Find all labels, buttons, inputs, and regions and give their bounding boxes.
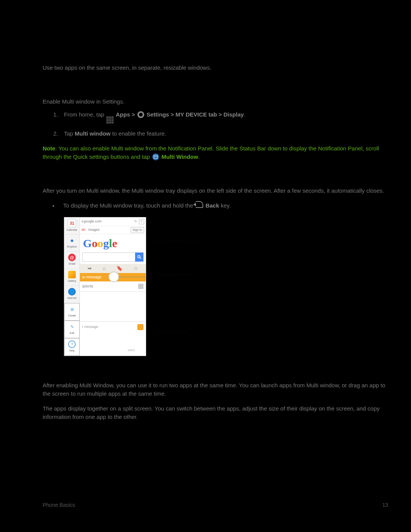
- sidebar-item-gallery: Gallery: [64, 269, 80, 286]
- message-body: [80, 292, 146, 321]
- document-page: Multi Window Use two apps on the same sc…: [0, 0, 411, 532]
- edit-pencil-icon: ✎: [68, 323, 76, 331]
- refresh-icon: ↻: [134, 219, 137, 224]
- steps-list: From home, tap Apps > Settings > MY DEVI…: [53, 110, 387, 138]
- sidebar-item-help: ?Help: [64, 338, 80, 356]
- sidebar-item-email: @Email: [64, 252, 80, 269]
- multiwindow-figure: 31Calendar ◆Dropbox @Email Gallery 🌐Inte…: [64, 217, 387, 356]
- settings-gear-icon: [137, 111, 144, 118]
- create-icon: ⊞: [68, 305, 76, 313]
- enable-text: Enable Multi window in Settings.: [43, 97, 387, 106]
- signin-button: Sign in: [131, 227, 144, 233]
- internet-icon: 🌐: [68, 288, 76, 296]
- google-logo: Google: [80, 234, 146, 252]
- search-input: [82, 252, 135, 262]
- svg-point-0: [138, 256, 140, 258]
- send-icon: [137, 324, 143, 330]
- window-controls-handle: [108, 272, 119, 282]
- phone-main: v.google.com ↻ ▯ eb Images Sign in Googl…: [80, 217, 146, 356]
- phone-mockup: 31Calendar ◆Dropbox @Email Gallery 🌐Inte…: [64, 217, 146, 356]
- using-p2: The apps display together on a split scr…: [43, 404, 387, 422]
- search-button: [135, 252, 143, 262]
- gallery-icon: [68, 271, 76, 278]
- svg-line-1: [140, 257, 141, 259]
- sidebar-item-calendar: 31Calendar: [64, 217, 80, 235]
- sidebar-item-edit: ✎Edit: [64, 321, 80, 338]
- figure-callouts: Multi window panel Window controls Panel…: [155, 217, 197, 335]
- message-footer: r message: [80, 321, 146, 332]
- page-number: 13: [382, 501, 388, 509]
- sidebar-item-create: ⊞Create: [64, 303, 80, 321]
- home-icon: ⌂: [103, 265, 106, 272]
- callout-panel: Multi window panel: [155, 237, 197, 244]
- display-intro: After you turn on Multi window, the Mult…: [43, 187, 387, 195]
- using-p1: After enabling Multi Window, you can use…: [43, 381, 387, 398]
- help-icon: ?: [68, 340, 76, 348]
- char-count: 160/1: [127, 348, 135, 353]
- callout-window-controls: Window controls: [155, 271, 197, 278]
- sidebar-item-dropbox: ◆Dropbox: [64, 235, 80, 252]
- tabs-icon: ▯: [139, 219, 144, 224]
- google-search: [82, 252, 143, 262]
- calendar-icon: 31: [68, 219, 76, 227]
- bullet-1: To display the Multi window tray, touch …: [53, 201, 387, 210]
- bullet-list: To display the Multi window tray, touch …: [53, 201, 387, 210]
- page-footer: Phone Basics 13: [43, 501, 388, 509]
- sidebar-item-internet: 🌐Internet: [64, 286, 80, 303]
- back-key-icon: [196, 201, 203, 208]
- intro-text: Use two apps on the same screen, in sepa…: [43, 64, 387, 72]
- multi-window-icon: [152, 153, 159, 160]
- callout-panel-controls: Panel controls: [155, 328, 197, 335]
- dropbox-icon: ◆: [68, 236, 76, 244]
- address-bar: v.google.com ↻ ▯: [80, 217, 146, 226]
- step-1: From home, tap Apps > Settings > MY DEVI…: [53, 110, 387, 123]
- multiwindow-sidebar: 31Calendar ◆Dropbox @Email Gallery 🌐Inte…: [64, 217, 80, 356]
- google-tabs: eb Images Sign in: [80, 226, 146, 234]
- email-icon: @: [68, 254, 76, 261]
- step-2: Tap Multi window to enable the feature.: [53, 129, 387, 138]
- recipients-row: ipients: [80, 281, 146, 292]
- contact-icon: [138, 284, 143, 289]
- forward-icon: ➡: [88, 265, 92, 272]
- note-text: Note: You can also enable Multi window f…: [43, 144, 387, 161]
- apps-grid-icon: [107, 117, 113, 123]
- footer-section: Phone Basics: [43, 501, 75, 509]
- star-icon: ☆: [134, 265, 138, 272]
- bookmark-icon: 🔖: [116, 265, 123, 272]
